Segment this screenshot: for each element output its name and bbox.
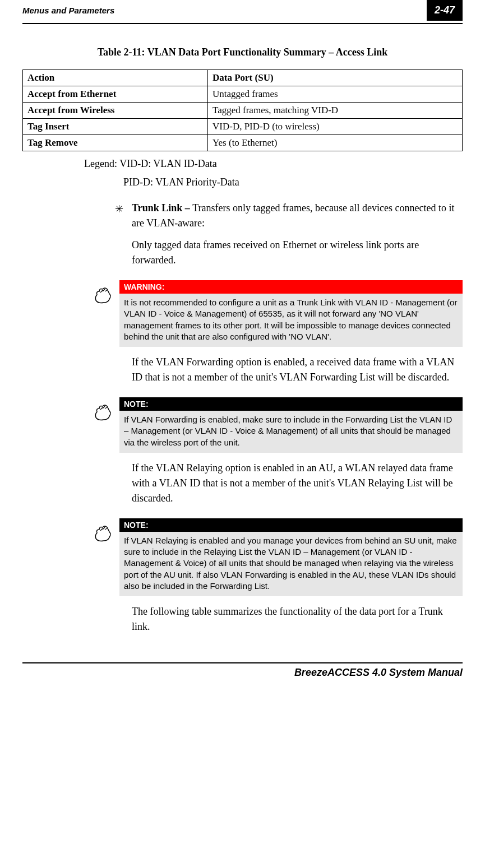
warning-text: It is not recommended to configure a uni… xyxy=(119,294,463,347)
table-cell: Yes (to Ethernet) xyxy=(208,135,463,151)
page-number: 2-47 xyxy=(427,0,463,21)
legend-line-2: PID-D: VLAN Priority-Data xyxy=(123,177,463,188)
table-header-row: Action Data Port (SU) xyxy=(23,70,463,86)
note-text: If VLAN Relaying is enabled and you mana… xyxy=(119,532,463,596)
table-cell: Untagged frames xyxy=(208,86,463,103)
paragraph-forwarding: If the VLAN Forwarding option is enabled… xyxy=(132,355,463,385)
table-row: Accept from Ethernet Untagged frames xyxy=(23,86,463,103)
table-cell: Accept from Ethernet xyxy=(23,86,208,103)
warning-callout: WARNING: It is not recommended to config… xyxy=(93,280,463,347)
note-label: NOTE: xyxy=(119,397,463,411)
table-title: Table 2-11: VLAN Data Port Functionality… xyxy=(22,47,463,58)
table-cell: Tag Remove xyxy=(23,135,208,151)
page-header: Menus and Parameters 2-47 xyxy=(22,0,463,24)
table-cell: Tagged frames, matching VID-D xyxy=(208,103,463,119)
table-header-data-port: Data Port (SU) xyxy=(208,70,463,86)
table-row: Tag Insert VID-D, PID-D (to wireless) xyxy=(23,119,463,135)
vlan-table: Action Data Port (SU) Accept from Ethern… xyxy=(22,69,463,151)
bullet-paragraph-2: Only tagged data frames received on Ethe… xyxy=(132,238,463,268)
bullet-star-icon: ✳ xyxy=(115,202,123,217)
note-text: If VLAN Forwarding is enabled, make sure… xyxy=(119,411,463,453)
bullet-trunk-link: ✳ Trunk Link – Transfers only tagged fra… xyxy=(132,201,463,268)
hand-pointing-icon xyxy=(93,397,119,425)
footer-text: BreezeACCESS 4.0 System Manual xyxy=(22,662,463,679)
legend-line-1: Legend: VID-D: VLAN ID-Data xyxy=(84,158,463,170)
hand-pointing-icon xyxy=(93,518,119,546)
bullet-lead: Trunk Link – xyxy=(132,202,192,213)
table-cell: Accept from Wireless xyxy=(23,103,208,119)
table-row: Accept from Wireless Tagged frames, matc… xyxy=(23,103,463,119)
table-header-action: Action xyxy=(23,70,208,86)
note-callout-1: NOTE: If VLAN Forwarding is enabled, mak… xyxy=(93,397,463,453)
hand-pointing-icon xyxy=(93,280,119,308)
paragraph-summary: The following table summarizes the funct… xyxy=(132,604,463,634)
section-title: Menus and Parameters xyxy=(22,6,114,15)
table-cell: VID-D, PID-D (to wireless) xyxy=(208,119,463,135)
table-cell: Tag Insert xyxy=(23,119,208,135)
note-label: NOTE: xyxy=(119,518,463,532)
table-row: Tag Remove Yes (to Ethernet) xyxy=(23,135,463,151)
paragraph-relaying: If the VLAN Relaying option is enabled i… xyxy=(132,461,463,506)
note-callout-2: NOTE: If VLAN Relaying is enabled and yo… xyxy=(93,518,463,596)
warning-label: WARNING: xyxy=(119,280,463,294)
